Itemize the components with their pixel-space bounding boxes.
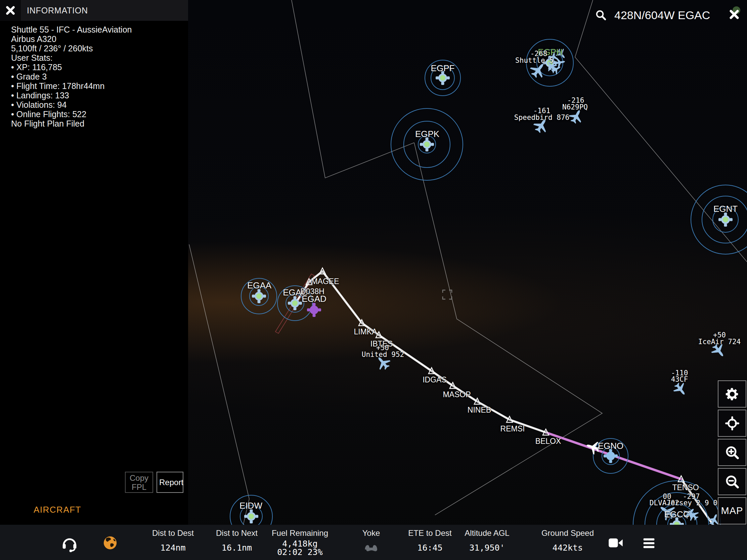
close-panel-button[interactable] [0, 0, 21, 21]
camera-button[interactable] [608, 537, 623, 550]
center-location-button[interactable] [718, 409, 746, 437]
aircraft-icon-iceair-724[interactable] [709, 341, 728, 360]
settings-button[interactable] [718, 380, 746, 407]
airport-egaa[interactable] [252, 289, 266, 303]
stat-dist-to-dest: Dist to Dest 124nm [152, 525, 194, 553]
info-line: • Online Flights: 522 [11, 109, 132, 119]
stat-ground-speed: Ground Speed 442kts [541, 525, 594, 553]
aircraft-tab-label[interactable]: AIRCRAFT [33, 505, 81, 515]
search-close-icon[interactable] [728, 9, 740, 20]
map-mode-button[interactable]: MAP [718, 497, 746, 525]
locate-icon [724, 416, 740, 431]
camera-icon [608, 537, 623, 549]
fir-boundary-line [291, 0, 414, 178]
info-line: Airbus A320 [11, 34, 132, 44]
stat-dist-to-next: Dist to Next 16.1nm [216, 525, 258, 553]
fir-boundary-line [575, 0, 747, 262]
flight-map-screen: { "sidebar": { "title": "INFORMATION", "… [0, 0, 747, 560]
stat-yoke: Yoke [362, 525, 380, 554]
menu-icon [642, 536, 656, 550]
information-panel-header: INFORMATION [0, 0, 188, 21]
info-line: User Stats: [11, 53, 132, 62]
gear-icon [724, 386, 740, 402]
waypoint[interactable] [319, 268, 326, 274]
info-line: • XP: 116,785 [11, 62, 132, 72]
airport-egpk[interactable] [420, 137, 434, 152]
info-line: No Flight Plan Filed [11, 119, 132, 128]
zoom-in-button[interactable] [718, 439, 746, 466]
info-line: • Grade 3 [11, 72, 132, 81]
copy-fpl-button[interactable]: Copy FPL [125, 472, 153, 493]
info-line: • Landings: 133 [11, 91, 132, 100]
zoom-in-icon [724, 445, 740, 461]
flight-plan-line [295, 271, 546, 432]
stat-fuel-remaining: Fuel Remaining 4,418kg 02:02 23% [272, 525, 328, 556]
airport-egnt[interactable] [718, 213, 732, 226]
info-line: 5,100ft / 236° / 260kts [11, 44, 132, 53]
search-icon [595, 9, 607, 21]
fir-boundary-line [414, 143, 602, 515]
info-line: • Violations: 94 [11, 100, 132, 109]
zoom-out-button[interactable] [718, 468, 746, 495]
aircraft-icon-n629pq[interactable] [567, 107, 586, 126]
menu-button[interactable] [642, 536, 656, 551]
airport-egpf[interactable] [436, 71, 450, 85]
stat-altitude-agl: Altitude AGL 31,950' [465, 525, 509, 553]
aircraft-icon-united-952[interactable] [374, 353, 393, 372]
zoom-out-icon [724, 474, 740, 490]
information-panel: INFORMATION Shuttle 55 - IFC - AussieAvi… [0, 0, 188, 525]
yoke-icon [363, 540, 379, 553]
online-globe-button[interactable] [102, 535, 118, 552]
panel-title: INFORMATION [27, 6, 88, 16]
airport-egad[interactable] [307, 303, 321, 317]
atc-headset-button[interactable] [61, 535, 78, 553]
aircraft-icon-43cf[interactable] [671, 380, 690, 399]
close-icon [5, 5, 16, 16]
aircraft-icon-speedbird-876[interactable] [531, 115, 551, 135]
headset-icon [61, 535, 78, 552]
report-button[interactable]: Report [156, 472, 183, 493]
status-bar: Dist to Dest 124nm Dist to Next 16.1nm F… [0, 525, 747, 560]
search-bar[interactable]: 428N/604W EGAC [595, 6, 710, 24]
fir-boundary-line [189, 244, 249, 560]
airport-egno[interactable] [603, 449, 618, 463]
search-query: 428N/604W EGAC [614, 9, 710, 22]
info-line: • Flight Time: 178hr44mn [11, 81, 132, 91]
globe-icon [102, 535, 118, 551]
stat-ete-to-dest: ETE to Dest 16:45 [408, 525, 452, 553]
info-line: Shuttle 55 - IFC - AussieAviation [11, 25, 132, 34]
flight-info-block: Shuttle 55 - IFC - AussieAviation Airbus… [11, 25, 132, 128]
